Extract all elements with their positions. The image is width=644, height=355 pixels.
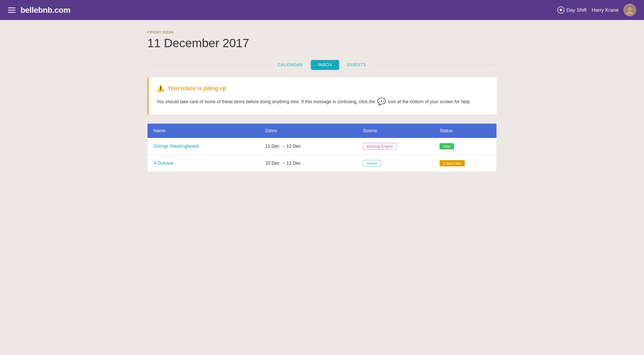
header-right: Day Shift Harry Krane <box>558 4 636 16</box>
svg-point-0 <box>628 7 632 11</box>
bookings-table: Name Dates Source Status George Washingb… <box>148 124 496 172</box>
table-row: George Washingbeard 11 Dec → 12 Dec Book… <box>148 138 496 155</box>
cell-source: Booking Engine <box>357 138 434 155</box>
day-shift-toggle[interactable]: Day Shift <box>558 7 586 14</box>
header-left: bellebnb.com <box>8 6 70 15</box>
avatar[interactable] <box>624 4 636 16</box>
status-badge: New <box>440 143 454 149</box>
status-badge: 1 days late <box>440 160 465 166</box>
col-header-status: Status <box>434 124 496 138</box>
cell-status: New <box>434 138 496 155</box>
col-header-source: Source <box>357 124 434 138</box>
tab-calendar[interactable]: CALENDAR <box>271 60 310 70</box>
col-header-dates: Dates <box>259 124 357 138</box>
tabs: CALENDAR INBOX GUESTS <box>271 60 373 70</box>
warning-icon: ⚠️ <box>156 85 164 92</box>
alert-body: You should take care of some of these it… <box>156 96 489 107</box>
bookings-table-container: Name Dates Source Status George Washingb… <box>147 123 497 172</box>
cell-status: 1 days late <box>434 155 496 172</box>
guest-name-link[interactable]: A Dufrane <box>154 161 174 166</box>
sun-icon <box>558 7 564 14</box>
alert-title: ⚠️ Your inbox is piling up <box>156 85 489 92</box>
menu-button[interactable] <box>8 8 16 13</box>
tab-line-left <box>147 65 271 65</box>
user-name: Harry Krane <box>592 7 618 13</box>
page-content: FRONT DESK 11 December 2017 CALENDAR INB… <box>137 20 507 172</box>
table-body: George Washingbeard 11 Dec → 12 Dec Book… <box>148 138 496 172</box>
table-row: A Dufrane 10 Dec → 11 Dec Online 1 days … <box>148 155 496 172</box>
cell-name: A Dufrane <box>148 155 259 172</box>
tabs-container: CALENDAR INBOX GUESTS <box>147 60 497 70</box>
section-label: FRONT DESK <box>147 30 497 34</box>
col-header-name: Name <box>148 124 259 138</box>
cell-dates: 11 Dec → 12 Dec <box>259 138 357 155</box>
tab-guests[interactable]: GUESTS <box>340 60 373 70</box>
tab-inbox[interactable]: INBOX <box>311 60 339 70</box>
page-title: 11 December 2017 <box>147 36 497 50</box>
tab-line-right <box>373 65 497 65</box>
main-header: bellebnb.com Day Shift Harry Krane <box>0 0 644 20</box>
guest-name-link[interactable]: George Washingbeard <box>154 144 198 149</box>
cell-dates: 10 Dec → 11 Dec <box>259 155 357 172</box>
source-badge: Booking Engine <box>363 143 397 150</box>
alert-box: ⚠️ Your inbox is piling up You should ta… <box>147 78 497 114</box>
chat-icon: 💬 <box>377 96 386 107</box>
cell-source: Online <box>357 155 434 172</box>
svg-point-1 <box>626 11 633 15</box>
table-header: Name Dates Source Status <box>148 124 496 138</box>
brand-logo: bellebnb.com <box>20 6 70 15</box>
cell-name: George Washingbeard <box>148 138 259 155</box>
title-section: FRONT DESK 11 December 2017 <box>147 30 497 50</box>
source-badge: Online <box>363 160 381 167</box>
